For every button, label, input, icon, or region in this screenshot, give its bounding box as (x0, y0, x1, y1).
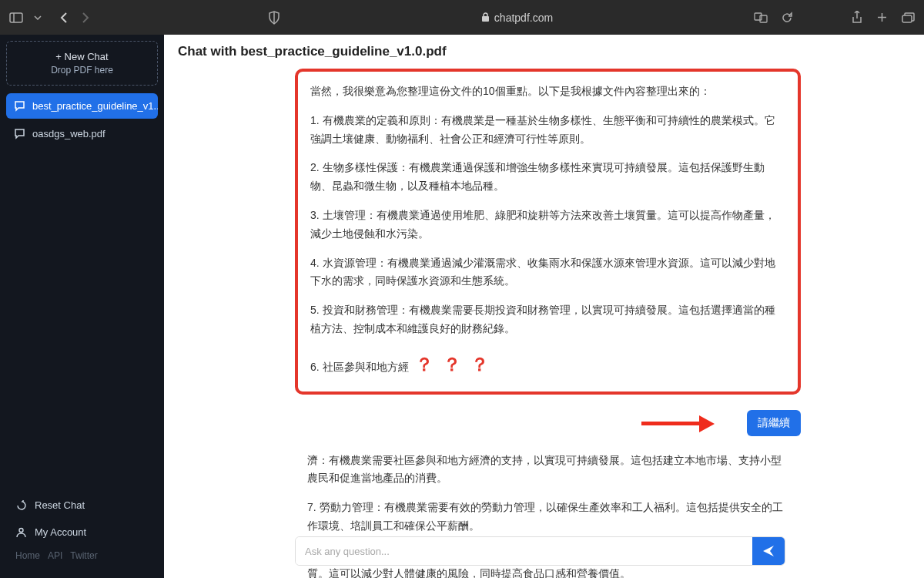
message-point: 1. 有機農業的定義和原則：有機農業是一種基於生物多樣性、生態平衡和可持續性的農… (310, 112, 785, 149)
lock-icon (481, 12, 490, 22)
send-button[interactable] (752, 537, 785, 565)
svg-rect-4 (755, 13, 762, 20)
message-intro: 當然，我很樂意為您整理這份文件的10個重點。以下是我根據文件內容整理出來的： (310, 82, 785, 101)
sidebar-toggle-icon[interactable] (9, 12, 23, 23)
drop-hint: Drop PDF here (13, 65, 151, 76)
chat-icon (14, 128, 26, 139)
plus-icon: + (55, 51, 64, 62)
chat-icon (14, 100, 26, 112)
footer-twitter-link[interactable]: Twitter (70, 550, 97, 561)
question-input-bar (295, 536, 785, 566)
footer-api-link[interactable]: API (48, 550, 62, 561)
shield-icon[interactable] (268, 11, 280, 25)
sidebar: + New Chat Drop PDF here best_practice_g… (0, 35, 164, 578)
svg-point-7 (19, 529, 23, 533)
svg-rect-3 (482, 16, 489, 22)
reset-chat-button[interactable]: Reset Chat (11, 492, 153, 519)
reload-icon[interactable] (782, 12, 793, 23)
svg-rect-6 (902, 15, 912, 22)
url-text[interactable]: chatpdf.com (494, 12, 553, 24)
file-name: best_practice_guideline_v1.... (32, 100, 158, 112)
chat-scroll[interactable]: 當然，我很樂意為您整理這份文件的10個重點。以下是我根據文件內容整理出來的： 1… (164, 69, 924, 578)
message-truncated: 6. 社區參與和地方經 (310, 358, 409, 377)
page-title: Chat with best_practice_guideline_v1.0.p… (164, 35, 924, 69)
main-panel: Chat with best_practice_guideline_v1.0.p… (164, 35, 924, 578)
arrow-annotation (641, 414, 715, 432)
message-point: 3. 土壤管理：有機農業通過使用堆肥、綠肥和旋耕等方法來改善土壤質量。這可以提高… (310, 207, 785, 244)
forward-icon[interactable] (82, 12, 89, 24)
translate-icon[interactable] (754, 12, 768, 23)
question-marks-annotation: ？？？ (415, 349, 498, 381)
share-icon[interactable] (852, 11, 862, 24)
plus-icon[interactable] (876, 12, 888, 23)
tabs-icon[interactable] (902, 12, 915, 23)
my-account-button[interactable]: My Account (11, 519, 153, 546)
message-point: 4. 水資源管理：有機農業通過減少灌溉需求、收集雨水和保護水源來管理水資源。這可… (310, 254, 785, 291)
file-name: oasdgs_web.pdf (32, 128, 105, 139)
svg-rect-0 (10, 13, 22, 22)
chevron-down-icon[interactable] (34, 15, 42, 20)
sidebar-file-item[interactable]: oasdgs_web.pdf (6, 121, 158, 146)
back-icon[interactable] (60, 12, 68, 24)
message-point: 7. 勞動力管理：有機農業需要有效的勞動力管理，以確保生產效率和工人福利。這包括… (307, 499, 788, 536)
message-point: 5. 投資和財務管理：有機農業需要長期投資和財務管理，以實現可持續發展。這包括選… (310, 301, 785, 338)
assistant-message-highlighted: 當然，我很樂意為您整理這份文件的10個重點。以下是我根據文件內容整理出來的： 1… (295, 69, 801, 395)
user-icon (15, 526, 27, 538)
svg-rect-5 (760, 15, 767, 22)
sidebar-file-item[interactable]: best_practice_guideline_v1.... (6, 93, 158, 119)
footer-home-link[interactable]: Home (15, 550, 40, 561)
reset-icon (15, 499, 27, 511)
question-input[interactable] (296, 537, 752, 565)
browser-toolbar: chatpdf.com (0, 0, 924, 35)
new-chat-button[interactable]: + New Chat Drop PDF here (6, 41, 158, 86)
message-lead: 濟：有機農業需要社區參與和地方經濟的支持，以實現可持續發展。這包括建立本地市場、… (307, 452, 788, 489)
message-point: 2. 生物多樣性保護：有機農業通過保護和增強生物多樣性來實現可持續發展。這包括保… (310, 159, 785, 196)
continue-button[interactable]: 請繼續 (747, 410, 801, 436)
